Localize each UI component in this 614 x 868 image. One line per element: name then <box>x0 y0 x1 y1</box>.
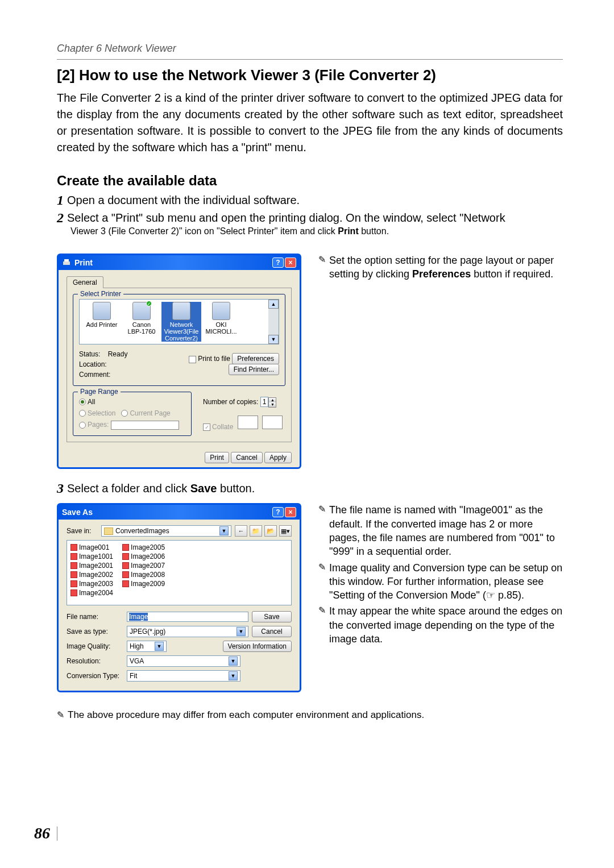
section-title: [2] How to use the Network Viewer 3 (Fil… <box>57 67 563 84</box>
step-number: 2 <box>57 210 64 226</box>
file-item[interactable]: Image2002 <box>70 570 113 579</box>
file-list[interactable]: Image001 Image1001 Image2001 Image2002 I… <box>67 540 292 605</box>
pencil-icon: ✎ <box>57 709 64 721</box>
file-item[interactable]: Image2004 <box>70 588 113 597</box>
close-button[interactable]: × <box>285 507 296 517</box>
help-button[interactable]: ? <box>272 507 284 517</box>
image-file-icon <box>70 544 77 551</box>
pencil-icon: ✎ <box>318 254 326 281</box>
select-printer-label: Select Printer <box>78 290 123 298</box>
file-item[interactable]: Image2008 <box>122 570 165 579</box>
save-type-combo[interactable]: JPEG(*.jpg)▼ <box>127 626 248 637</box>
step-2: 2 Select a "Print" sub menu and open the… <box>57 210 563 226</box>
conversion-type-combo[interactable]: Fit▼ <box>127 670 240 682</box>
radio-current-page[interactable] <box>121 410 128 417</box>
preferences-button[interactable]: Preferences <box>232 353 279 364</box>
print-to-file-checkbox[interactable] <box>189 356 196 363</box>
radio-selection[interactable] <box>79 410 86 417</box>
printer-oki[interactable]: OKI MICROLI... <box>201 302 241 342</box>
conversion-type-label: Conversion Type: <box>67 672 123 680</box>
intro-text: The File Converter 2 is a kind of the pr… <box>57 90 563 156</box>
collate-checkbox[interactable]: ✓ <box>203 423 210 431</box>
step-text-cont: Viewer 3 (File Converter 2)" icon on "Se… <box>70 226 563 236</box>
step-1: 1 Open a document with the individual so… <box>57 192 563 209</box>
image-file-icon <box>122 571 129 578</box>
step-number: 3 <box>57 480 64 497</box>
scroll-up-icon[interactable]: ▲ <box>268 300 279 309</box>
copies-label: Number of copies: <box>203 398 258 406</box>
note-quality: ✎ Image quality and Conversion type can … <box>318 561 563 603</box>
location-label: Location: <box>79 359 184 369</box>
copies-input[interactable]: 1 <box>260 397 269 407</box>
step-text: Select a folder and click Save button. <box>67 480 563 496</box>
comment-label: Comment: <box>79 369 184 380</box>
page-border <box>57 827 57 841</box>
file-item[interactable]: Image2009 <box>122 579 165 588</box>
tab-general[interactable]: General <box>67 276 103 288</box>
add-printer-icon <box>93 302 111 320</box>
file-item[interactable]: Image2001 <box>70 561 113 570</box>
version-info-button[interactable]: Version Information <box>223 641 292 652</box>
note-filename: ✎ The file name is named with "Image001"… <box>318 503 563 558</box>
radio-all[interactable] <box>79 398 86 405</box>
pencil-icon: ✎ <box>318 604 326 646</box>
file-item[interactable]: Image2007 <box>122 561 165 570</box>
save-button[interactable]: Save <box>252 611 292 622</box>
copies-spinner[interactable]: ▲▼ <box>268 397 276 408</box>
step-3: 3 Select a folder and click Save button. <box>57 480 563 497</box>
bottom-note: ✎ The above procedure may differ from ea… <box>57 709 563 721</box>
back-icon[interactable]: ← <box>235 525 247 537</box>
save-as-dialog: Save As ? × Save in: ConvertedImages ▼ <box>57 503 301 692</box>
folder-icon <box>104 528 113 535</box>
chevron-down-icon[interactable]: ▼ <box>229 671 238 680</box>
help-button[interactable]: ? <box>272 258 284 268</box>
divider <box>57 59 563 60</box>
chevron-down-icon[interactable]: ▼ <box>237 627 246 636</box>
printer-canon[interactable]: ✓ Canon LBP-1760 <box>122 302 161 342</box>
filename-label: File name: <box>67 613 123 621</box>
pencil-icon: ✎ <box>318 561 326 603</box>
printer-network-viewer[interactable]: Network Viewer3(File Converter2) <box>161 302 201 342</box>
dialog-title: Save As <box>62 508 93 517</box>
chevron-down-icon[interactable]: ▼ <box>155 642 164 651</box>
find-printer-button[interactable]: Find Printer... <box>229 364 279 375</box>
file-item[interactable]: Image2003 <box>70 579 113 588</box>
pages-input[interactable] <box>111 421 179 430</box>
apply-button[interactable]: Apply <box>264 452 292 463</box>
resolution-combo[interactable]: VGA▼ <box>127 655 240 667</box>
file-item[interactable]: Image2005 <box>122 543 165 551</box>
file-item[interactable]: Image001 <box>70 543 113 551</box>
radio-pages[interactable] <box>79 422 86 429</box>
collate-icon <box>262 416 283 429</box>
step-text: Open a document with the individual soft… <box>67 192 563 208</box>
close-button[interactable]: × <box>285 258 296 268</box>
print-button[interactable]: Print <box>205 452 229 463</box>
up-folder-icon[interactable]: 📁 <box>250 525 262 537</box>
svg-rect-0 <box>63 261 70 265</box>
image-file-icon <box>70 553 77 560</box>
dialog-title: Print <box>74 258 93 267</box>
filename-input[interactable]: Image <box>127 612 248 622</box>
note-whitespace: ✎ It may appear the white space around t… <box>318 604 563 646</box>
save-type-label: Save as type: <box>67 628 123 636</box>
cancel-button[interactable]: Cancel <box>252 626 292 637</box>
chevron-down-icon[interactable]: ▼ <box>229 657 238 666</box>
save-in-combo[interactable]: ConvertedImages ▼ <box>101 525 231 537</box>
collate-icon <box>238 416 258 429</box>
step-number: 1 <box>57 192 64 209</box>
file-item[interactable]: Image1001 <box>70 552 113 560</box>
new-folder-icon[interactable]: 📂 <box>264 525 277 537</box>
chevron-down-icon[interactable]: ▼ <box>219 526 229 535</box>
chapter-header: Chapter 6 Network Viewer <box>57 43 563 55</box>
scrollbar[interactable]: ▲ ▼ <box>268 300 279 344</box>
quality-combo[interactable]: High▼ <box>127 641 167 652</box>
printer-add[interactable]: Add Printer <box>82 302 122 342</box>
image-file-icon <box>70 580 77 587</box>
cancel-button[interactable]: Cancel <box>231 452 262 463</box>
print-dialog: Print ? × General Select Printer <box>57 254 301 469</box>
file-item[interactable]: Image2006 <box>122 552 165 560</box>
printer-icon <box>172 302 190 320</box>
save-in-label: Save in: <box>67 527 98 535</box>
view-menu-icon[interactable]: ▦▾ <box>279 525 292 537</box>
scroll-down-icon[interactable]: ▼ <box>268 335 279 344</box>
